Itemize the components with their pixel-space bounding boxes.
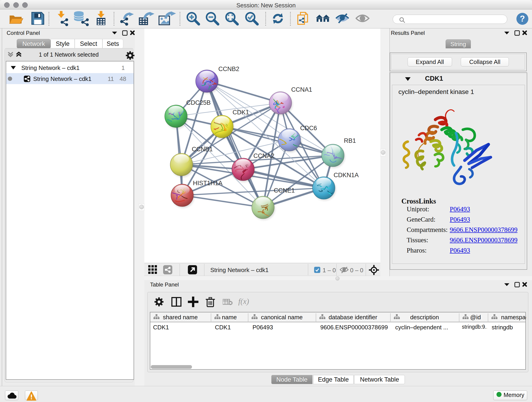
svg-text:CCNB1: CCNB1 (192, 146, 213, 153)
svg-text:CCNA1: CCNA1 (291, 86, 312, 93)
svg-text:CDK1: CDK1 (233, 109, 249, 116)
svg-text:CCNE1: CCNE1 (274, 187, 295, 194)
svg-text:RB1: RB1 (344, 137, 356, 144)
svg-text:CDC25B: CDC25B (186, 99, 211, 106)
svg-text:CDC6: CDC6 (300, 125, 317, 132)
svg-text:CCNA2: CCNA2 (253, 153, 274, 159)
svg-text:CDKN1A: CDKN1A (334, 172, 359, 179)
svg-text:CCNB2: CCNB2 (218, 65, 239, 72)
svg-text:HIST1H1A: HIST1H1A (193, 180, 222, 186)
